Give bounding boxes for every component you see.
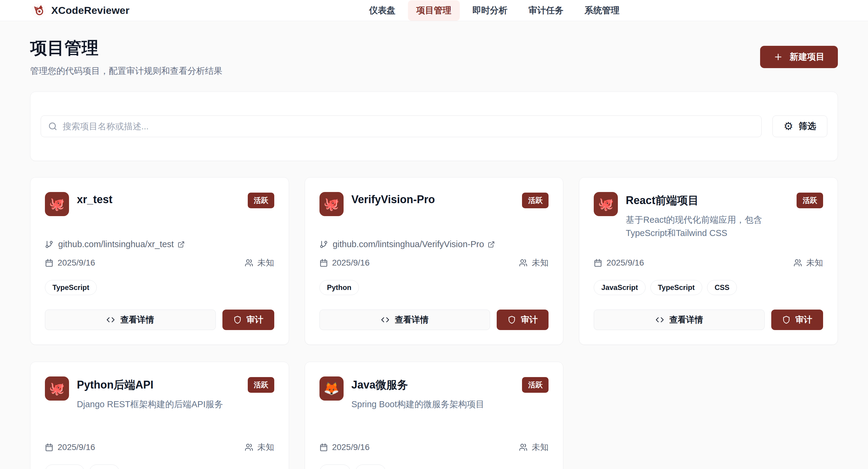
page-title: 项目管理 [30, 37, 222, 60]
tags-row: TypeScript [45, 279, 274, 296]
meta-row: 2025/9/16 未知 [319, 442, 549, 453]
project-card: 🐙 React前端项目 基于React的现代化前端应用，包含TypeScript… [579, 177, 838, 345]
calendar-icon [594, 259, 602, 267]
calendar-icon [319, 443, 328, 451]
repo-link[interactable]: github.com/lintsinghua/VerifyVision-Pro [333, 239, 495, 249]
view-details-button[interactable]: 查看详情 [319, 310, 490, 330]
page-subtitle: 管理您的代码项目，配置审计规则和查看分析结果 [30, 65, 222, 77]
view-details-button-label: 查看详情 [120, 314, 154, 325]
git-branch-icon [45, 240, 53, 249]
project-avatar-emoji: 🐙 [49, 198, 65, 210]
users-icon [519, 259, 527, 267]
project-avatar: 🐙 [45, 376, 69, 401]
project-title: Python后端API [77, 378, 240, 393]
filter-button[interactable]: ⚙ 筛选 [772, 116, 827, 137]
calendar-icon [319, 259, 328, 267]
project-avatar-emoji: 🦊 [323, 382, 339, 395]
meta-row: 2025/9/16 未知 [45, 442, 274, 453]
project-description: Spring Boot构建的微服务架构项目 [351, 398, 515, 411]
audit-button[interactable]: 审计 [771, 310, 823, 330]
project-card-bottom: 2025/9/16 未知 JavaXML 查看详情 [319, 442, 549, 469]
project-date: 2025/9/16 [607, 258, 644, 268]
gear-icon: ⚙ [784, 121, 793, 132]
project-card-bottom: 2025/9/16 未知 PythonSQL 查看详情 [45, 442, 274, 469]
project-card: 🐙 VerifyVision-Pro 活跃 github.com/lintsin… [305, 177, 564, 345]
search-icon [48, 122, 57, 131]
shield-icon [507, 316, 516, 324]
project-title: VerifyVision-Pro [351, 193, 515, 206]
tag-pill: XML [355, 465, 386, 469]
view-details-button-label: 查看详情 [670, 314, 703, 325]
project-card: 🐙 Python后端API Django REST框架构建的后端API服务 活跃… [30, 362, 289, 469]
status-badge: 活跃 [522, 377, 549, 393]
project-date-meta: 2025/9/16 [319, 442, 370, 452]
project-description: 基于React的现代化前端应用，包含TypeScript和Tailwind CS… [626, 213, 789, 240]
nav-item-analysis[interactable]: 即时分析 [464, 0, 516, 21]
audit-button-label: 审计 [795, 314, 812, 325]
audit-button[interactable]: 审计 [497, 310, 549, 330]
nav-item-system[interactable]: 系统管理 [576, 0, 628, 21]
status-badge: 活跃 [248, 377, 274, 393]
new-project-button[interactable]: 新建项目 [760, 46, 838, 68]
audit-button-label: 审计 [247, 314, 264, 325]
project-card-header: 🦊 Java微服务 Spring Boot构建的微服务架构项目 活跃 [319, 376, 549, 411]
project-date-meta: 2025/9/16 [319, 258, 370, 268]
project-card-bottom: 2025/9/16 未知 JavaScriptTypeScriptCSS 查看详… [594, 257, 823, 330]
users-icon [245, 443, 253, 451]
actions-row: 查看详情 审计 [594, 310, 823, 330]
project-avatar-emoji: 🐙 [323, 198, 339, 210]
tag-pill: SQL [89, 465, 119, 469]
project-head-text: VerifyVision-Pro [351, 192, 515, 206]
users-icon [245, 259, 253, 267]
tags-row: JavaXML [319, 464, 549, 469]
view-details-button[interactable]: 查看详情 [594, 310, 765, 330]
project-head-text: Python后端API Django REST框架构建的后端API服务 [77, 376, 240, 411]
project-avatar-emoji: 🐙 [598, 198, 614, 210]
tag-pill: Java [319, 465, 350, 469]
tag-pill: CSS [707, 280, 737, 295]
audit-button-label: 审计 [521, 314, 538, 325]
main-nav: 仪表盘 项目管理 即时分析 审计任务 系统管理 [361, 0, 628, 21]
project-head-text: Java微服务 Spring Boot构建的微服务架构项目 [351, 376, 515, 411]
brand: XCodeReviewer [31, 3, 130, 18]
repo-link-text: github.com/lintsinghua/xr_test [58, 239, 174, 249]
status-badge: 活跃 [248, 193, 274, 208]
nav-item-dashboard[interactable]: 仪表盘 [361, 0, 404, 21]
nav-item-projects[interactable]: 项目管理 [408, 0, 460, 21]
tags-row: PythonSQL [45, 464, 274, 469]
plus-icon [773, 52, 783, 62]
search-input[interactable] [63, 122, 754, 131]
project-card-bottom: github.com/lintsinghua/VerifyVision-Pro … [319, 239, 549, 330]
actions-row: 查看详情 审计 [45, 310, 274, 330]
project-card-header: 🐙 React前端项目 基于React的现代化前端应用，包含TypeScript… [594, 192, 823, 240]
filter-button-label: 筛选 [799, 120, 816, 132]
project-card: 🐙 xr_test 活跃 github.com/lintsinghua/xr_t… [30, 177, 289, 345]
project-avatar: 🐙 [45, 192, 69, 216]
actions-row: 查看详情 审计 [319, 310, 549, 330]
project-card-header: 🐙 xr_test 活跃 [45, 192, 274, 216]
project-title: Java微服务 [351, 378, 515, 393]
repo-link-text: github.com/lintsinghua/VerifyVision-Pro [333, 239, 484, 249]
git-branch-icon [319, 240, 328, 249]
project-avatar: 🐙 [594, 192, 618, 216]
project-owner: 未知 [257, 442, 274, 453]
project-date-meta: 2025/9/16 [45, 442, 95, 452]
users-icon [794, 259, 802, 267]
page-header: 项目管理 管理您的代码项目，配置审计规则和查看分析结果 新建项目 [30, 37, 838, 77]
project-date-meta: 2025/9/16 [594, 258, 644, 268]
meta-row: 2025/9/16 未知 [45, 257, 274, 269]
project-owner-meta: 未知 [245, 257, 274, 269]
project-date: 2025/9/16 [332, 442, 370, 452]
nav-item-audit-tasks[interactable]: 审计任务 [520, 0, 572, 21]
tag-pill: TypeScript [45, 280, 97, 295]
search-box[interactable] [41, 116, 762, 137]
project-card: 🦊 Java微服务 Spring Boot构建的微服务架构项目 活跃 2025/… [305, 362, 564, 469]
repo-row: github.com/lintsinghua/xr_test [45, 239, 274, 249]
users-icon [519, 443, 527, 451]
code-icon [655, 316, 664, 324]
audit-button[interactable]: 审计 [222, 310, 274, 330]
project-date: 2025/9/16 [58, 258, 95, 268]
project-title: xr_test [77, 193, 240, 206]
repo-link[interactable]: github.com/lintsinghua/xr_test [58, 239, 185, 249]
view-details-button[interactable]: 查看详情 [45, 310, 216, 330]
